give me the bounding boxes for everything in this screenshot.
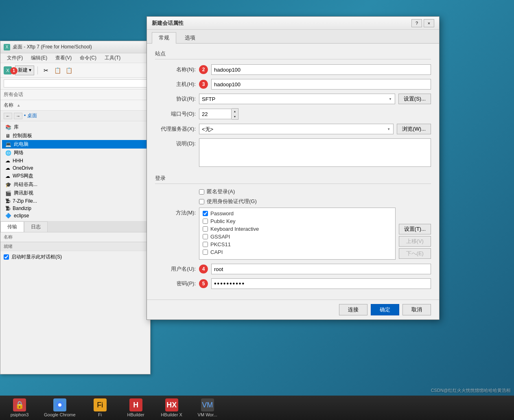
menu-edit[interactable]: 编辑(E) [28,54,50,62]
xftp-icon: X [4,44,10,50]
username-label: 用户名(U): [155,265,196,273]
list-item-thispc[interactable]: 💻 此电脑 [2,140,149,149]
help-button[interactable]: ? [411,19,422,27]
method-gssapi: GSSAPI [203,234,392,240]
list-item-eclipse[interactable]: 🔷 eclipse [2,212,149,219]
list-item-7zip[interactable]: 🗜 7-Zip File... [2,197,149,205]
site-section-header: 站点 [155,50,431,59]
column-header: 名称 ▲ [0,100,150,111]
method-settings-button[interactable]: 设置(T)... [399,224,431,234]
chrome-label: Google Chrome [44,412,76,417]
toolbar-btn-2[interactable]: 📋 [52,66,62,75]
method-capi: CAPI [203,249,392,255]
protocol-select[interactable]: SFTP FTP SCP [199,94,395,104]
startup-checkbox-text: 启动时显示此对话框(S) [11,254,62,260]
address-input[interactable]: 主机名... [4,79,147,88]
dialog-tabs: 常规 选项 [147,30,439,44]
list-item-bandizip[interactable]: 🗜 Bandizip [2,205,149,212]
vmw-label: VM Wor... [198,412,217,417]
protocol-label: 协议(R): [155,95,196,103]
method-pkcs11: PKCS11 [203,241,392,247]
startup-checkbox[interactable] [4,254,9,260]
tab-log[interactable]: 日志 [24,221,48,232]
anonymous-checkbox[interactable] [199,189,204,195]
method-pkcs11-checkbox[interactable] [203,242,208,247]
list-item-wps[interactable]: ☁ WPS网盘 [2,172,149,180]
port-input[interactable] [199,109,232,119]
close-button[interactable]: × [424,19,434,27]
port-spin-up[interactable]: ▲ [232,109,238,114]
new-button[interactable]: 新建 ▾ [15,66,34,75]
session-header: 所有会话 [0,90,150,100]
xftp-title: 桌面 - Xftp 7 (Free for Home/School) [13,44,92,50]
name-input[interactable] [211,64,431,75]
proxy-browse-button[interactable]: 浏览(W)... [397,124,431,134]
tab-transfer[interactable]: 传输 [0,221,24,232]
list-item-network[interactable]: 🌐 网络 [2,149,149,157]
dialog-controls: ? × [411,19,434,27]
cancel-button[interactable]: 取消 [402,304,431,315]
method-down-button[interactable]: 下へ(E) [399,248,431,259]
method-password-checkbox[interactable] [203,211,208,216]
form-row-proxy: 代理服务器(X): <无> 浏览(W)... [155,124,431,134]
method-up-button[interactable]: 上移(V) [399,236,431,247]
toolbar-btn-1[interactable]: ✂ [41,66,51,75]
method-gssapi-checkbox[interactable] [203,234,208,239]
nav-panel: ← → • 桌面 [0,111,150,121]
nav-back[interactable]: ← [4,113,12,119]
password-input[interactable] [211,278,431,289]
username-input[interactable] [211,264,431,274]
fi-label: Fi [98,412,102,417]
list-item-sgg[interactable]: 🎓 尚硅谷高... [2,180,149,189]
port-label: 端口号(O): [155,110,196,118]
ok-button[interactable]: 确定 [371,304,399,315]
connect-button[interactable]: 连接 [339,304,367,315]
all-sessions-label: 所有会话 [4,91,23,98]
protocol-select-wrapper: SFTP FTP SCP [199,94,395,104]
desktop: X 桌面 - Xftp 7 (Free for Home/School) 文件(… [0,0,514,420]
taskbar-psiphon3[interactable]: 🔒 psiphon3 [3,397,36,419]
tab-strip: 传输 日志 [0,221,150,232]
menu-view[interactable]: 查看(V) [52,54,75,62]
list-item-hhh[interactable]: ☁ HHH [2,157,149,164]
agent-checkbox[interactable] [199,199,204,204]
toolbar-btn-3[interactable]: 📋 [64,66,74,75]
protocol-settings-button[interactable]: 设置(S)... [398,94,431,104]
form-row-name: 名称(N): 2 [155,64,431,75]
list-item-tencent[interactable]: 🎬 腾讯影视 [2,189,149,197]
method-keyboard-checkbox[interactable] [203,226,208,232]
startup-checkbox-label[interactable]: 启动时显示此对话框(S) [4,254,147,260]
host-input[interactable] [211,79,431,90]
tab-general[interactable]: 常规 [152,32,176,44]
tab-options[interactable]: 选项 [178,32,202,43]
filename-label: 名称 [0,232,150,242]
port-spin-down[interactable]: ▼ [232,114,238,119]
new-session-dialog: 新建会话属性 ? × 常规 选项 站点 名称(N): 2 [147,16,440,320]
nav-forward[interactable]: → [14,113,22,119]
proxy-select[interactable]: <无> [199,124,394,134]
dialog-content: 站点 名称(N): 2 主机(H): 3 协议(R): [147,44,439,300]
dialog-footer: 连接 确定 取消 [147,300,439,319]
menu-tools[interactable]: 工具(T) [101,54,124,62]
taskbar-chrome[interactable]: Google Chrome [39,397,81,419]
port-input-wrapper: ▲ ▼ [199,108,238,120]
login-section-header: 登录 [155,175,431,184]
description-textarea[interactable] [199,138,431,167]
method-publickey: Public Key [203,218,392,224]
list-item-onedrive[interactable]: ☁ OneDrive [2,164,149,172]
menu-file[interactable]: 文件(F) [4,54,26,62]
form-row-host: 主机(H): 3 [155,79,431,90]
list-item-control[interactable]: 🖥 控制面板 [2,131,149,140]
taskbar-fi[interactable]: Fi Fi [84,397,116,419]
method-keyboard-label: Keyboard Interactive [210,226,259,232]
method-gssapi-label: GSSAPI [210,234,230,240]
col-name: 名称 [4,102,13,108]
menu-command[interactable]: 命令(C) [77,54,100,62]
badge-5: 5 [199,279,208,288]
method-publickey-checkbox[interactable] [203,219,208,224]
list-item-lib[interactable]: 📚 库 [2,123,149,131]
method-capi-checkbox[interactable] [203,249,208,255]
address-bar: 主机名... [0,78,150,90]
svg-point-1 [58,403,61,407]
login-section: 登录 匿名登录(A) 使用身份验证代理(G) 方法(M): [155,175,431,289]
